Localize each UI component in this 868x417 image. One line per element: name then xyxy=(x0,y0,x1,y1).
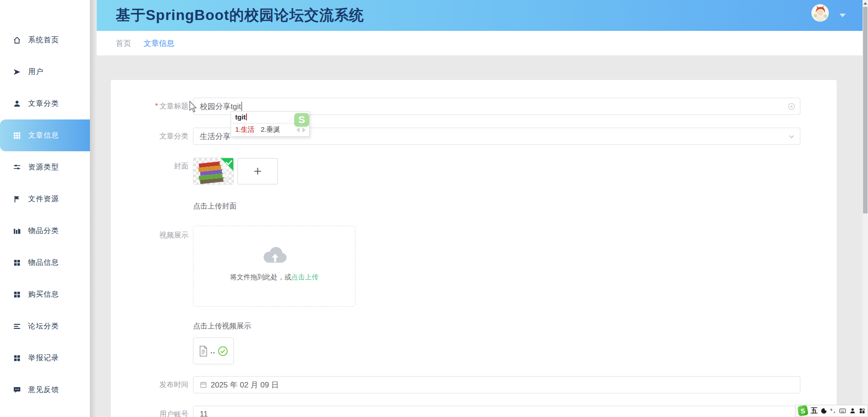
squares-icon xyxy=(13,258,21,267)
cover-upload-hint: 点击上传封面 xyxy=(193,202,237,211)
ime-text-caret xyxy=(246,114,247,120)
page-scrollbar[interactable] xyxy=(863,0,868,417)
sidebar-item-forum-category[interactable]: 论坛分类 xyxy=(0,310,90,342)
sidebar-item-label: 系统首页 xyxy=(28,35,59,45)
file-name: .. xyxy=(211,347,216,355)
ime-mode-label[interactable]: 五 xyxy=(811,407,818,415)
ime-composition: tgit xyxy=(235,113,247,121)
cover-upload-button[interactable]: + xyxy=(237,158,278,184)
text-caret xyxy=(242,102,242,111)
uploaded-file-item[interactable]: .. xyxy=(193,338,234,364)
chevron-down-icon xyxy=(788,133,795,140)
punctuation-mode-icon[interactable]: °， xyxy=(830,407,836,414)
upload-cloud-icon xyxy=(261,244,289,265)
sliders-icon xyxy=(13,163,21,172)
sogou-logo-watermark: S xyxy=(294,113,309,127)
sidebar-divider xyxy=(90,0,97,417)
scrollbar-thumb[interactable] xyxy=(863,7,868,213)
sidebar-item-label: 文章分类 xyxy=(28,99,59,109)
content-area: *文章标题 校园分享tgit 文章分类 生活分享 封面 xyxy=(97,55,863,417)
user-icon xyxy=(13,99,21,108)
sidebar: 系统首页 用户 文章分类 文章信息 资源类型 文件资源 物品分类 物品信息 xyxy=(0,0,90,417)
account-input[interactable]: 11 xyxy=(193,406,800,417)
sidebar-item-report-records[interactable]: 举报记录 xyxy=(0,342,90,374)
app-window: 系统首页 用户 文章分类 文章信息 资源类型 文件资源 物品分类 物品信息 xyxy=(0,0,868,417)
scroll-up-icon xyxy=(863,2,867,5)
sidebar-item-article-info[interactable]: 文章信息 xyxy=(0,119,90,151)
grid-icon xyxy=(13,131,21,140)
category-select-value: 生活分享 xyxy=(200,131,231,142)
sidebar-item-label: 资源类型 xyxy=(28,163,59,172)
check-circle-icon xyxy=(217,346,228,357)
clear-icon[interactable] xyxy=(788,103,795,110)
toolbox-icon[interactable] xyxy=(859,407,865,414)
ime-toolbar: S 五 °， xyxy=(795,405,868,417)
sidebar-item-purchase-info[interactable]: 购买信息 xyxy=(0,278,90,310)
sidebar-item-resource-type[interactable]: 资源类型 xyxy=(0,151,90,183)
squares-icon xyxy=(13,290,21,299)
title-label: *文章标题 xyxy=(111,98,188,115)
sidebar-item-system-home[interactable]: 系统首页 xyxy=(0,24,90,56)
app-title: 基于SpringBoot的校园论坛交流系统 xyxy=(116,0,364,30)
sidebar-item-item-info[interactable]: 物品信息 xyxy=(0,247,90,278)
library-icon xyxy=(13,227,21,235)
account-value: 11 xyxy=(200,410,208,417)
breadcrumb: 首页 文章信息 xyxy=(97,31,863,55)
app-header: 基于SpringBoot的校园论坛交流系统 xyxy=(97,0,863,31)
sidebar-item-feedback[interactable]: 意见反馈 xyxy=(0,374,90,406)
sidebar-item-file-resource[interactable]: 文件资源 xyxy=(0,183,90,215)
account-label: 用户账号 xyxy=(111,406,188,417)
video-upload-hint: 点击上传视频展示 xyxy=(193,322,251,331)
main-area: 基于SpringBoot的校园论坛交流系统 首页 文章信息 xyxy=(97,0,863,417)
dropzone-upload-link[interactable]: 点击上传 xyxy=(291,273,319,281)
ime-next-icon[interactable] xyxy=(302,127,306,133)
title-input-value: 校园分享tgit xyxy=(200,101,241,112)
cover-thumbnail[interactable] xyxy=(193,158,234,185)
video-label: 视频展示 xyxy=(111,226,188,245)
cover-label: 封面 xyxy=(111,158,188,175)
ime-candidate-popup: tgit 1.生活2.垂涎 S xyxy=(231,111,310,137)
document-icon xyxy=(198,345,208,357)
required-asterisk: * xyxy=(155,102,158,110)
publish-time-value: 2025 年 02 月 09 日 xyxy=(211,380,279,390)
category-label: 文章分类 xyxy=(111,128,188,145)
plus-icon: + xyxy=(254,164,262,178)
sidebar-item-label: 用户 xyxy=(28,67,44,77)
sidebar-item-label: 购买信息 xyxy=(28,290,59,299)
home-icon xyxy=(13,36,21,45)
avatar[interactable] xyxy=(812,5,829,21)
squares-icon xyxy=(13,354,21,362)
sidebar-item-label: 意见反馈 xyxy=(28,385,59,395)
avatar-image xyxy=(812,5,829,21)
calendar-icon xyxy=(200,381,207,388)
feedback-icon xyxy=(13,386,21,394)
sidebar-item-label: 文章信息 xyxy=(28,131,59,140)
sidebar-item-users[interactable]: 用户 xyxy=(0,56,90,88)
avatar-dropdown-caret[interactable] xyxy=(839,14,846,17)
sogou-logo[interactable]: S xyxy=(797,405,808,416)
ime-candidate-2[interactable]: 2.垂涎 xyxy=(261,125,281,133)
publish-time-label: 发布时间 xyxy=(111,376,188,393)
video-dropzone[interactable]: 将文件拖到此处，或点击上传 xyxy=(193,226,355,307)
sidebar-item-item-category[interactable]: 物品分类 xyxy=(0,215,90,247)
publish-time-input[interactable]: 2025 年 02 月 09 日 xyxy=(193,376,800,393)
ime-pager xyxy=(296,127,306,133)
list-icon xyxy=(13,322,21,331)
dropzone-text: 将文件拖到此处，或点击上传 xyxy=(193,273,355,282)
scrollbar-up-button[interactable] xyxy=(863,0,868,6)
sidebar-item-label: 举报记录 xyxy=(28,353,59,363)
breadcrumb-current[interactable]: 文章信息 xyxy=(143,38,174,49)
moon-icon[interactable] xyxy=(821,407,827,414)
sidebar-item-label: 物品信息 xyxy=(28,258,59,268)
cover-books-image xyxy=(193,158,234,185)
ime-candidate-1[interactable]: 1.生活 xyxy=(235,125,255,133)
sidebar-item-label: 物品分类 xyxy=(28,226,59,236)
user-mode-icon[interactable] xyxy=(849,407,856,414)
keyboard-icon[interactable] xyxy=(839,407,846,414)
ime-prev-icon[interactable] xyxy=(296,127,300,133)
sidebar-item-article-category[interactable]: 文章分类 xyxy=(0,88,90,119)
send-icon xyxy=(13,68,21,76)
sidebar-item-label: 文件资源 xyxy=(28,194,59,204)
sidebar-item-label: 论坛分类 xyxy=(28,322,59,331)
breadcrumb-home[interactable]: 首页 xyxy=(116,38,131,49)
